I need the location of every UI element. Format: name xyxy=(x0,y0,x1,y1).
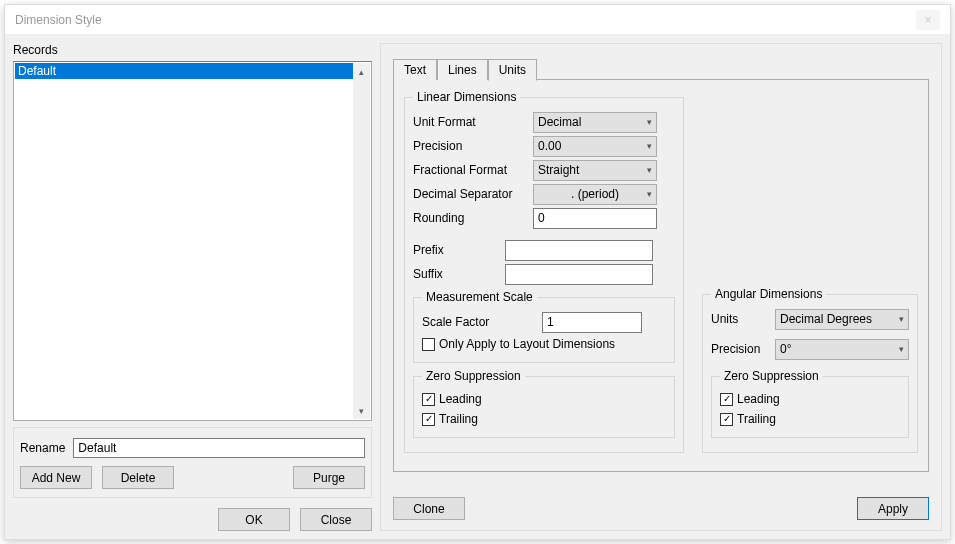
rename-label: Rename xyxy=(20,441,65,455)
scale-factor-input[interactable] xyxy=(542,312,642,333)
right-pane: Text Lines Units Linear Dimensions Unit … xyxy=(380,43,942,531)
rename-input[interactable] xyxy=(73,438,365,458)
tab-units[interactable]: Units xyxy=(488,59,537,81)
rounding-input[interactable] xyxy=(533,208,657,229)
tabs: Text Lines Units xyxy=(393,58,929,80)
close-button[interactable]: Close xyxy=(300,508,372,531)
measurement-legend: Measurement Scale xyxy=(422,290,537,304)
angular-column: Angular Dimensions Units Decimal Degrees… xyxy=(702,90,918,459)
leading-checkbox[interactable]: ✓ xyxy=(422,393,435,406)
angular-legend: Angular Dimensions xyxy=(711,287,826,301)
tab-text[interactable]: Text xyxy=(393,59,437,80)
suffix-label: Suffix xyxy=(413,267,501,281)
tab-lines[interactable]: Lines xyxy=(437,59,488,80)
angular-trailing-checkbox[interactable]: ✓ xyxy=(720,413,733,426)
unit-format-label: Unit Format xyxy=(413,115,529,129)
scroll-down-icon[interactable]: ▾ xyxy=(353,402,370,419)
angular-dimensions-group: Angular Dimensions Units Decimal Degrees… xyxy=(702,287,918,453)
records-list[interactable]: Default ▴ ▾ xyxy=(13,61,372,421)
chevron-down-icon: ▾ xyxy=(899,344,904,354)
apply-button[interactable]: Apply xyxy=(857,497,929,520)
dialog-left-bottom: OK Close xyxy=(13,508,372,531)
fractional-format-select[interactable]: Straight ▾ xyxy=(533,160,657,181)
zero-suppression-linear-group: Zero Suppression ✓ Leading ✓ Trailing xyxy=(413,369,675,438)
left-pane: Records Default ▴ ▾ Rename Add New Delet… xyxy=(13,43,372,531)
ok-button[interactable]: OK xyxy=(218,508,290,531)
chevron-down-icon: ▾ xyxy=(899,314,904,324)
delete-button[interactable]: Delete xyxy=(102,466,174,489)
records-controls: Rename Add New Delete Purge xyxy=(13,427,372,498)
prefix-input[interactable] xyxy=(505,240,653,261)
measurement-scale-group: Measurement Scale Scale Factor Only Appl… xyxy=(413,290,675,363)
prefix-label: Prefix xyxy=(413,243,501,257)
trailing-checkbox[interactable]: ✓ xyxy=(422,413,435,426)
chevron-down-icon: ▾ xyxy=(647,165,652,175)
precision-label: Precision xyxy=(413,139,529,153)
angular-leading-label: Leading xyxy=(737,392,780,406)
angular-units-select[interactable]: Decimal Degrees ▾ xyxy=(775,309,909,330)
precision-select[interactable]: 0.00 ▾ xyxy=(533,136,657,157)
rounding-label: Rounding xyxy=(413,211,529,225)
fractional-format-label: Fractional Format xyxy=(413,163,529,177)
window-title: Dimension Style xyxy=(15,13,916,27)
zero-linear-legend: Zero Suppression xyxy=(422,369,525,383)
linear-column: Linear Dimensions Unit Format Decimal ▾ … xyxy=(404,90,684,459)
records-list-item-selected[interactable]: Default xyxy=(15,63,353,79)
scrollbar[interactable]: ▴ ▾ xyxy=(353,63,370,419)
close-icon[interactable]: × xyxy=(916,10,940,30)
unit-format-select[interactable]: Decimal ▾ xyxy=(533,112,657,133)
decimal-separator-select[interactable]: . (period) ▾ xyxy=(533,184,657,205)
suffix-input[interactable] xyxy=(505,264,653,285)
angular-precision-select[interactable]: 0° ▾ xyxy=(775,339,909,360)
angular-precision-label: Precision xyxy=(711,342,771,356)
chevron-down-icon: ▾ xyxy=(647,189,652,199)
linear-dimensions-group: Linear Dimensions Unit Format Decimal ▾ … xyxy=(404,90,684,453)
leading-label: Leading xyxy=(439,392,482,406)
decimal-separator-label: Decimal Separator xyxy=(413,187,529,201)
chevron-down-icon: ▾ xyxy=(647,141,652,151)
linear-legend: Linear Dimensions xyxy=(413,90,520,104)
purge-button[interactable]: Purge xyxy=(293,466,365,489)
layout-only-label: Only Apply to Layout Dimensions xyxy=(439,337,615,351)
records-label: Records xyxy=(13,43,372,57)
right-bottom-row: Clone Apply xyxy=(393,487,929,520)
layout-only-checkbox[interactable] xyxy=(422,338,435,351)
tab-units-content: Linear Dimensions Unit Format Decimal ▾ … xyxy=(393,80,929,472)
zero-suppression-angular-group: Zero Suppression ✓ Leading ✓ Trailing xyxy=(711,369,909,438)
chevron-down-icon: ▾ xyxy=(647,117,652,127)
add-new-button[interactable]: Add New xyxy=(20,466,92,489)
scale-factor-label: Scale Factor xyxy=(422,315,538,329)
dimension-style-dialog: Dimension Style × Records Default ▴ ▾ Re… xyxy=(4,4,951,540)
angular-units-label: Units xyxy=(711,312,771,326)
scroll-up-icon[interactable]: ▴ xyxy=(353,63,370,80)
dialog-body: Records Default ▴ ▾ Rename Add New Delet… xyxy=(5,35,950,539)
trailing-label: Trailing xyxy=(439,412,478,426)
clone-button[interactable]: Clone xyxy=(393,497,465,520)
angular-leading-checkbox[interactable]: ✓ xyxy=(720,393,733,406)
angular-trailing-label: Trailing xyxy=(737,412,776,426)
zero-angular-legend: Zero Suppression xyxy=(720,369,823,383)
titlebar: Dimension Style × xyxy=(5,5,950,35)
